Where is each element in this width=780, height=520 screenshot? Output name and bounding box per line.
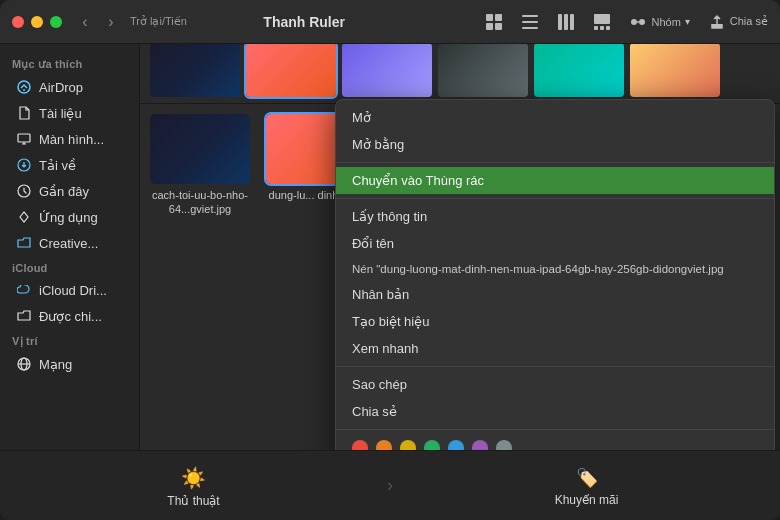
svg-rect-10 — [594, 14, 610, 24]
bottom-item-khuyen-mai[interactable]: 🏷️ Khuyến mãi — [393, 457, 780, 515]
share-button[interactable]: Chia sẻ — [708, 13, 768, 31]
ctx-separator-2 — [336, 198, 774, 199]
file-thumb-1 — [150, 114, 250, 184]
svg-point-18 — [23, 89, 25, 91]
svg-rect-11 — [594, 26, 598, 30]
folder2-icon — [16, 308, 32, 324]
folder-icon — [16, 235, 32, 251]
color-dot-red[interactable] — [352, 440, 368, 450]
title-bar: ‹ › Trở lại/Tiến Thanh Ruler Nhó — [0, 0, 780, 44]
svg-point-14 — [631, 19, 637, 25]
group-button[interactable]: Nhóm ▾ — [629, 13, 689, 31]
sidebar-item-label: Màn hình... — [39, 132, 104, 147]
network-icon — [16, 356, 32, 372]
header-thumb-2[interactable] — [246, 44, 336, 97]
ctx-doi-ten[interactable]: Đổi tên — [336, 230, 774, 257]
window-title: Thanh Ruler — [123, 14, 486, 30]
icloud-icon — [16, 282, 32, 298]
color-dot-gray[interactable] — [496, 440, 512, 450]
svg-point-17 — [18, 81, 30, 93]
sidebar-item-taive[interactable]: Tải về — [4, 152, 135, 178]
header-thumb-1[interactable] — [150, 44, 240, 97]
color-dots — [336, 434, 774, 450]
list-view-button[interactable] — [521, 13, 539, 31]
back-button[interactable]: ‹ — [74, 11, 96, 33]
ctx-nhan-ban[interactable]: Nhân bản — [336, 281, 774, 308]
minimize-button[interactable] — [31, 16, 43, 28]
file-name-1: cach-toi-uu-bo-nho-64...gviet.jpg — [150, 188, 250, 217]
bottom-bar: ☀️ Thủ thuật › 🏷️ Khuyến mãi — [0, 450, 780, 520]
sidebar-item-airdrop[interactable]: AirDrop — [4, 74, 135, 100]
sidebar-item-icloud[interactable]: iCloud Dri... — [4, 277, 135, 303]
forward-button[interactable]: › — [100, 11, 122, 33]
svg-point-15 — [639, 19, 645, 25]
sidebar-item-tailieu[interactable]: Tài liệu — [4, 100, 135, 126]
ctx-separator-1 — [336, 162, 774, 163]
ctx-separator-4 — [336, 429, 774, 430]
sidebar-item-manhinh[interactable]: Màn hình... — [4, 126, 135, 152]
traffic-lights — [12, 16, 62, 28]
ctx-chia-se[interactable]: Chia sẻ — [336, 398, 774, 425]
khuyen-mai-label: Khuyến mãi — [555, 493, 619, 507]
ctx-sao-chep[interactable]: Sao chép — [336, 371, 774, 398]
header-thumb-4[interactable] — [438, 44, 528, 97]
sidebar-item-label: Ứng dụng — [39, 210, 98, 225]
main-area: Mục ưa thích AirDrop — [0, 44, 780, 450]
sidebar-item-mang[interactable]: Mạng — [4, 351, 135, 377]
sidebar-item-label: Được chi... — [39, 309, 102, 324]
bottom-item-thu-thuat[interactable]: ☀️ Thủ thuật — [0, 456, 387, 516]
clock-icon — [16, 183, 32, 199]
finder-window: ‹ › Trở lại/Tiến Thanh Ruler Nhó — [0, 0, 780, 520]
svg-rect-7 — [558, 14, 562, 30]
gallery-view-button[interactable] — [593, 13, 611, 31]
ctx-mo-bang[interactable]: Mở bằng — [336, 131, 774, 158]
thu-thuat-label: Thủ thuật — [167, 494, 219, 508]
grid-view-button[interactable] — [485, 13, 503, 31]
ctx-tao-biet-hieu[interactable]: Tạo biệt hiệu — [336, 308, 774, 335]
download-icon — [16, 157, 32, 173]
sidebar-item-label: Gần đây — [39, 184, 89, 199]
color-dot-green[interactable] — [424, 440, 440, 450]
file-item-1[interactable]: cach-toi-uu-bo-nho-64...gviet.jpg — [150, 114, 250, 217]
color-dot-yellow[interactable] — [400, 440, 416, 450]
toolbar-icons: Nhóm ▾ Chia sẻ — [485, 13, 768, 31]
ctx-nen[interactable]: Nén "dung-luong-mat-dinh-nen-mua-ipad-64… — [336, 257, 774, 281]
maximize-button[interactable] — [50, 16, 62, 28]
sidebar-item-label: Tải về — [39, 158, 76, 173]
share-label: Chia sẻ — [730, 15, 768, 28]
sidebar-item-creative[interactable]: Creative... — [4, 230, 135, 256]
ctx-mo[interactable]: Mở — [336, 104, 774, 131]
svg-rect-1 — [495, 14, 502, 21]
sidebar-item-duochi[interactable]: Được chi... — [4, 303, 135, 329]
ctx-chuyen-rac[interactable]: Chuyển vào Thùng rác — [336, 167, 774, 194]
svg-rect-13 — [606, 26, 610, 30]
color-dot-purple[interactable] — [472, 440, 488, 450]
ctx-lay-thong-tin[interactable]: Lấy thông tin — [336, 203, 774, 230]
group-label: Nhóm — [651, 16, 680, 28]
header-thumb-6[interactable] — [630, 44, 720, 97]
desktop-icon — [16, 131, 32, 147]
svg-rect-19 — [18, 134, 30, 142]
color-dot-orange[interactable] — [376, 440, 392, 450]
ctx-xem-nhanh[interactable]: Xem nhanh — [336, 335, 774, 362]
sidebar-item-gandây[interactable]: Gần đây — [4, 178, 135, 204]
svg-rect-3 — [495, 23, 502, 30]
file-grid-header — [140, 44, 780, 104]
svg-rect-0 — [486, 14, 493, 21]
color-dot-blue[interactable] — [448, 440, 464, 450]
svg-rect-4 — [522, 15, 538, 17]
svg-rect-8 — [564, 14, 568, 30]
header-thumb-5[interactable] — [534, 44, 624, 97]
sidebar-item-ungdung[interactable]: Ứng dụng — [4, 204, 135, 230]
sidebar-item-label: Tài liệu — [39, 106, 82, 121]
svg-rect-5 — [522, 21, 538, 23]
svg-rect-2 — [486, 23, 493, 30]
sidebar-item-label: Mạng — [39, 357, 72, 372]
column-view-button[interactable] — [557, 13, 575, 31]
app-icon — [16, 209, 32, 225]
ctx-separator-3 — [336, 366, 774, 367]
thu-thuat-icon: ☀️ — [181, 466, 206, 490]
sidebar-item-label: iCloud Dri... — [39, 283, 107, 298]
header-thumb-3[interactable] — [342, 44, 432, 97]
close-button[interactable] — [12, 16, 24, 28]
